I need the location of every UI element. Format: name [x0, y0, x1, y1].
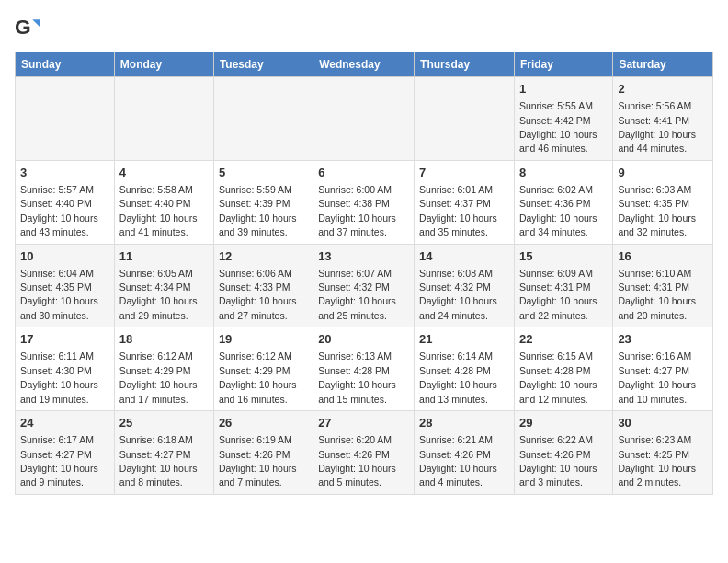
calendar-cell: 14Sunrise: 6:08 AM Sunset: 4:32 PM Dayli… [415, 244, 515, 327]
calendar-cell: 9Sunrise: 6:03 AM Sunset: 4:35 PM Daylig… [613, 160, 713, 244]
calendar-cell: 27Sunrise: 6:20 AM Sunset: 4:26 PM Dayli… [313, 411, 415, 495]
day-number: 26 [219, 415, 308, 431]
day-number: 16 [618, 248, 708, 265]
day-info: Sunrise: 6:03 AM Sunset: 4:35 PM Dayligh… [618, 184, 696, 237]
calendar-cell [313, 77, 415, 161]
day-number: 2 [618, 81, 708, 98]
day-number: 14 [419, 248, 509, 265]
calendar-cell: 1Sunrise: 5:55 AM Sunset: 4:42 PM Daylig… [514, 77, 612, 161]
day-info: Sunrise: 6:19 AM Sunset: 4:26 PM Dayligh… [219, 434, 297, 488]
day-info: Sunrise: 6:21 AM Sunset: 4:26 PM Dayligh… [419, 434, 497, 488]
day-number: 20 [318, 331, 409, 348]
day-info: Sunrise: 5:58 AM Sunset: 4:40 PM Dayligh… [119, 184, 198, 237]
week-row-2: 10Sunrise: 6:04 AM Sunset: 4:35 PM Dayli… [16, 244, 713, 327]
week-row-3: 17Sunrise: 6:11 AM Sunset: 4:30 PM Dayli… [16, 327, 713, 411]
day-number: 19 [219, 331, 308, 348]
calendar-cell: 26Sunrise: 6:19 AM Sunset: 4:26 PM Dayli… [213, 411, 313, 495]
header-cell-wednesday: Wednesday [313, 52, 415, 77]
day-number: 5 [219, 165, 308, 181]
day-number: 12 [219, 248, 308, 265]
header-cell-saturday: Saturday [613, 52, 713, 77]
day-info: Sunrise: 6:12 AM Sunset: 4:29 PM Dayligh… [119, 350, 198, 404]
day-number: 25 [119, 415, 209, 431]
day-info: Sunrise: 6:10 AM Sunset: 4:31 PM Dayligh… [618, 268, 696, 321]
day-info: Sunrise: 6:11 AM Sunset: 4:30 PM Dayligh… [20, 350, 98, 404]
calendar-cell: 2Sunrise: 5:56 AM Sunset: 4:41 PM Daylig… [613, 77, 713, 161]
day-number: 15 [519, 248, 608, 265]
calendar-cell [16, 77, 115, 161]
calendar-cell: 21Sunrise: 6:14 AM Sunset: 4:28 PM Dayli… [415, 327, 515, 411]
svg-text:G: G [15, 15, 31, 39]
calendar-cell: 15Sunrise: 6:09 AM Sunset: 4:31 PM Dayli… [514, 244, 612, 327]
calendar-cell: 24Sunrise: 6:17 AM Sunset: 4:27 PM Dayli… [16, 411, 115, 495]
day-info: Sunrise: 6:12 AM Sunset: 4:29 PM Dayligh… [219, 350, 297, 404]
day-number: 10 [20, 248, 109, 265]
calendar-cell [114, 77, 213, 161]
day-info: Sunrise: 6:16 AM Sunset: 4:27 PM Dayligh… [618, 350, 696, 404]
day-number: 1 [519, 81, 608, 98]
calendar-cell: 4Sunrise: 5:58 AM Sunset: 4:40 PM Daylig… [114, 160, 213, 244]
day-number: 3 [20, 165, 109, 181]
calendar-cell: 13Sunrise: 6:07 AM Sunset: 4:32 PM Dayli… [313, 244, 415, 327]
day-number: 24 [20, 415, 109, 431]
day-info: Sunrise: 6:00 AM Sunset: 4:38 PM Dayligh… [318, 184, 396, 237]
day-number: 7 [419, 165, 509, 181]
calendar-cell: 17Sunrise: 6:11 AM Sunset: 4:30 PM Dayli… [16, 327, 115, 411]
week-row-1: 3Sunrise: 5:57 AM Sunset: 4:40 PM Daylig… [16, 160, 713, 244]
day-info: Sunrise: 6:20 AM Sunset: 4:26 PM Dayligh… [318, 434, 396, 488]
logo-icon: G [15, 15, 40, 40]
day-number: 22 [519, 331, 608, 348]
day-info: Sunrise: 6:14 AM Sunset: 4:28 PM Dayligh… [419, 350, 497, 404]
calendar-cell: 18Sunrise: 6:12 AM Sunset: 4:29 PM Dayli… [114, 327, 213, 411]
day-info: Sunrise: 6:05 AM Sunset: 4:34 PM Dayligh… [119, 268, 198, 321]
calendar-cell: 30Sunrise: 6:23 AM Sunset: 4:25 PM Dayli… [613, 411, 713, 495]
day-info: Sunrise: 5:57 AM Sunset: 4:40 PM Dayligh… [20, 184, 98, 237]
day-number: 18 [119, 331, 209, 348]
day-number: 6 [318, 165, 409, 181]
calendar-table: SundayMondayTuesdayWednesdayThursdayFrid… [15, 52, 713, 495]
day-info: Sunrise: 6:06 AM Sunset: 4:33 PM Dayligh… [219, 268, 297, 321]
day-info: Sunrise: 6:22 AM Sunset: 4:26 PM Dayligh… [519, 434, 597, 488]
logo: G [15, 15, 44, 40]
day-info: Sunrise: 6:07 AM Sunset: 4:32 PM Dayligh… [318, 268, 396, 321]
calendar-cell: 23Sunrise: 6:16 AM Sunset: 4:27 PM Dayli… [613, 327, 713, 411]
day-info: Sunrise: 6:18 AM Sunset: 4:27 PM Dayligh… [119, 434, 198, 488]
day-info: Sunrise: 6:13 AM Sunset: 4:28 PM Dayligh… [318, 350, 396, 404]
day-number: 29 [519, 415, 608, 431]
day-number: 9 [618, 165, 708, 181]
day-number: 27 [318, 415, 409, 431]
day-number: 13 [318, 248, 409, 265]
calendar-cell: 22Sunrise: 6:15 AM Sunset: 4:28 PM Dayli… [514, 327, 612, 411]
calendar-cell: 8Sunrise: 6:02 AM Sunset: 4:36 PM Daylig… [514, 160, 612, 244]
calendar-cell: 6Sunrise: 6:00 AM Sunset: 4:38 PM Daylig… [313, 160, 415, 244]
day-info: Sunrise: 6:15 AM Sunset: 4:28 PM Dayligh… [519, 350, 597, 404]
day-number: 28 [419, 415, 509, 431]
day-info: Sunrise: 5:55 AM Sunset: 4:42 PM Dayligh… [519, 100, 597, 154]
calendar-cell: 3Sunrise: 5:57 AM Sunset: 4:40 PM Daylig… [16, 160, 115, 244]
day-number: 30 [618, 415, 708, 431]
day-info: Sunrise: 6:17 AM Sunset: 4:27 PM Dayligh… [20, 434, 98, 488]
header: G [15, 15, 713, 40]
day-info: Sunrise: 6:02 AM Sunset: 4:36 PM Dayligh… [519, 184, 597, 237]
week-row-0: 1Sunrise: 5:55 AM Sunset: 4:42 PM Daylig… [16, 77, 713, 161]
svg-marker-1 [32, 19, 40, 28]
calendar-cell: 7Sunrise: 6:01 AM Sunset: 4:37 PM Daylig… [415, 160, 515, 244]
day-info: Sunrise: 6:09 AM Sunset: 4:31 PM Dayligh… [519, 268, 597, 321]
header-cell-monday: Monday [114, 52, 213, 77]
header-cell-friday: Friday [514, 52, 612, 77]
calendar-cell: 11Sunrise: 6:05 AM Sunset: 4:34 PM Dayli… [114, 244, 213, 327]
day-number: 17 [20, 331, 109, 348]
calendar-cell: 5Sunrise: 5:59 AM Sunset: 4:39 PM Daylig… [213, 160, 313, 244]
calendar-cell: 12Sunrise: 6:06 AM Sunset: 4:33 PM Dayli… [213, 244, 313, 327]
header-cell-thursday: Thursday [415, 52, 515, 77]
day-info: Sunrise: 6:23 AM Sunset: 4:25 PM Dayligh… [618, 434, 696, 488]
day-info: Sunrise: 5:56 AM Sunset: 4:41 PM Dayligh… [618, 100, 696, 154]
calendar-cell: 16Sunrise: 6:10 AM Sunset: 4:31 PM Dayli… [613, 244, 713, 327]
day-number: 4 [119, 165, 209, 181]
day-number: 23 [618, 331, 708, 348]
calendar-cell: 25Sunrise: 6:18 AM Sunset: 4:27 PM Dayli… [114, 411, 213, 495]
calendar-cell: 10Sunrise: 6:04 AM Sunset: 4:35 PM Dayli… [16, 244, 115, 327]
header-row: SundayMondayTuesdayWednesdayThursdayFrid… [16, 52, 713, 77]
day-info: Sunrise: 6:01 AM Sunset: 4:37 PM Dayligh… [419, 184, 497, 237]
day-info: Sunrise: 6:04 AM Sunset: 4:35 PM Dayligh… [20, 268, 98, 321]
